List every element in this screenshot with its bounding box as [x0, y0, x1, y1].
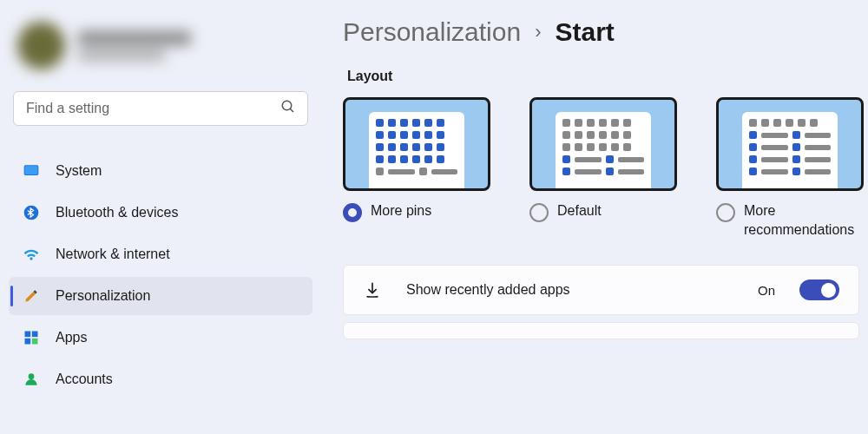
- svg-rect-7: [25, 339, 31, 345]
- sidebar-item-label: Apps: [56, 330, 87, 345]
- svg-rect-6: [32, 332, 38, 338]
- svg-rect-8: [32, 339, 38, 345]
- layout-thumb-more-recs: [716, 97, 864, 191]
- layout-thumb-default: [529, 97, 677, 191]
- page-title: Start: [555, 17, 614, 47]
- accounts-icon: [23, 371, 40, 388]
- sidebar-item-label: Accounts: [56, 372, 113, 387]
- sidebar-item-label: System: [56, 163, 102, 179]
- layout-option-more-recommendations[interactable]: More recommendations: [716, 97, 864, 239]
- settings-list: Show recently added apps On: [343, 265, 868, 339]
- radio-label: Default: [557, 201, 602, 220]
- sidebar-item-bluetooth[interactable]: Bluetooth & devices: [9, 194, 312, 232]
- svg-rect-3: [25, 166, 38, 174]
- download-icon: [363, 280, 382, 299]
- sidebar-item-label: Personalization: [56, 288, 150, 304]
- system-icon: [23, 162, 40, 180]
- breadcrumb: Personalization › Start: [343, 17, 868, 47]
- avatar: [17, 22, 65, 69]
- toggle-recently-added[interactable]: [799, 279, 839, 300]
- section-title-layout: Layout: [347, 69, 868, 84]
- user-account-header[interactable]: [9, 9, 312, 91]
- svg-point-0: [282, 101, 292, 110]
- layout-thumb-more-pins: [343, 97, 490, 191]
- sidebar-item-label: Bluetooth & devices: [56, 205, 178, 220]
- search-input[interactable]: [13, 91, 308, 126]
- sidebar-item-accounts[interactable]: Accounts: [9, 360, 312, 398]
- svg-line-1: [290, 108, 293, 112]
- layout-option-default[interactable]: Default: [529, 97, 677, 239]
- sidebar-item-system[interactable]: System: [9, 152, 312, 190]
- svg-point-9: [29, 373, 35, 379]
- paintbrush-icon: [23, 287, 40, 305]
- layout-options: More pins Default: [343, 97, 868, 239]
- sidebar-item-label: Network & internet: [56, 247, 170, 262]
- svg-rect-5: [25, 332, 31, 338]
- sidebar-item-apps[interactable]: Apps: [9, 319, 312, 357]
- radio-label: More recommendations: [744, 201, 864, 239]
- search-icon[interactable]: [280, 99, 296, 118]
- wifi-icon: [23, 246, 40, 263]
- sidebar-item-network[interactable]: Network & internet: [9, 235, 312, 273]
- user-text: [78, 31, 191, 61]
- setting-row-partial: [343, 322, 859, 339]
- sidebar-item-personalization[interactable]: Personalization: [9, 277, 312, 315]
- setting-row-recently-added: Show recently added apps On: [343, 265, 859, 315]
- radio-more-recommendations[interactable]: [716, 203, 735, 222]
- breadcrumb-parent[interactable]: Personalization: [343, 17, 521, 47]
- bluetooth-icon: [23, 204, 40, 221]
- radio-default[interactable]: [529, 203, 549, 222]
- radio-more-pins[interactable]: [343, 203, 362, 222]
- apps-icon: [23, 329, 40, 346]
- layout-option-more-pins[interactable]: More pins: [343, 97, 490, 239]
- setting-label: Show recently added apps: [406, 282, 733, 298]
- search-box: [13, 91, 308, 126]
- toggle-state-text: On: [758, 283, 775, 298]
- sidebar-nav: System Bluetooth & devices Network & int…: [9, 152, 312, 398]
- radio-label: More pins: [371, 201, 431, 220]
- chevron-right-icon: ›: [535, 21, 541, 43]
